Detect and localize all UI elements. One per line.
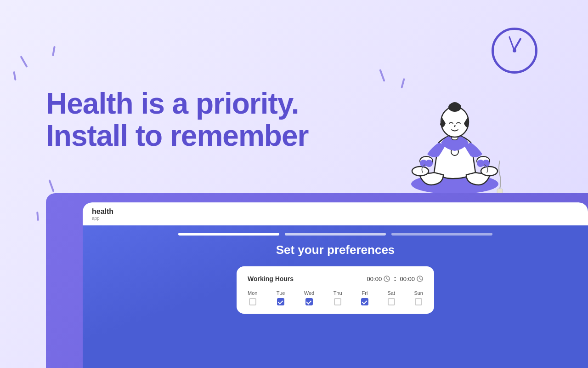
working-hours-header: Working Hours 00:00 : 00:00	[248, 275, 423, 283]
time-range: 00:00 : 00:00	[367, 275, 423, 283]
day-checkbox-wed[interactable]	[305, 298, 313, 305]
day-item-tue[interactable]: Tue	[277, 290, 285, 305]
svg-point-15	[440, 123, 443, 126]
nav-tab-2[interactable]	[285, 233, 386, 236]
clock-hour-hand	[514, 38, 521, 50]
start-time-input[interactable]: 00:00	[367, 276, 390, 282]
svg-point-1	[412, 167, 429, 176]
decorative-dash	[48, 179, 54, 192]
days-of-week: MonTueWedThuFriSatSun	[248, 290, 423, 305]
svg-point-14	[450, 102, 459, 109]
day-item-mon[interactable]: Mon	[248, 290, 257, 305]
main-app-card: health app Set your preferences Working …	[83, 202, 588, 368]
working-hours-label: Working Hours	[248, 275, 294, 282]
day-item-sat[interactable]: Sat	[387, 290, 395, 305]
start-time-clock-icon	[384, 276, 390, 282]
decorative-dash	[379, 69, 385, 82]
app-logo: health app	[92, 207, 113, 221]
end-time-value: 00:00	[400, 276, 415, 282]
decorative-dash	[20, 56, 28, 68]
start-time-value: 00:00	[367, 276, 382, 282]
day-item-sun[interactable]: Sun	[414, 290, 423, 305]
decorative-dash	[36, 212, 39, 221]
day-label-wed: Wed	[304, 290, 314, 296]
preferences-title: Set your preferences	[83, 243, 588, 257]
day-checkbox-tue[interactable]	[277, 298, 284, 305]
day-label-mon: Mon	[248, 290, 257, 296]
time-separator: :	[394, 275, 396, 283]
day-label-fri: Fri	[362, 290, 368, 296]
headline: Health is a priority. Install to remembe…	[46, 87, 308, 152]
svg-point-8	[425, 160, 433, 167]
end-time-input[interactable]: 00:00	[400, 276, 423, 282]
nav-tab-1[interactable]	[178, 233, 279, 236]
nav-tabs	[83, 225, 588, 243]
day-label-sun: Sun	[414, 290, 423, 296]
svg-line-23	[420, 279, 421, 280]
day-checkbox-thu[interactable]	[334, 298, 341, 305]
headline-line2: Install to remember	[46, 120, 308, 152]
day-item-fri[interactable]: Fri	[361, 290, 368, 305]
day-item-thu[interactable]: Thu	[334, 290, 342, 305]
day-label-sat: Sat	[387, 290, 395, 296]
decorative-dash	[52, 46, 56, 56]
app-sub: app	[92, 216, 113, 221]
app-header: health app	[83, 202, 588, 225]
headline-line1: Health is a priority.	[46, 87, 308, 120]
end-time-clock-icon	[417, 276, 423, 282]
svg-line-20	[387, 279, 388, 280]
day-label-tue: Tue	[277, 290, 285, 296]
day-checkbox-fri[interactable]	[361, 298, 368, 305]
app-name: health	[92, 207, 113, 215]
meditation-figure	[390, 51, 519, 212]
day-checkbox-sun[interactable]	[415, 298, 422, 305]
decorative-dash	[13, 71, 16, 80]
day-label-thu: Thu	[334, 290, 342, 296]
day-checkbox-sat[interactable]	[388, 298, 395, 305]
nav-tab-3[interactable]	[391, 233, 492, 236]
day-item-wed[interactable]: Wed	[304, 290, 314, 305]
svg-point-2	[481, 167, 498, 176]
day-checkbox-mon[interactable]	[249, 298, 256, 305]
working-hours-card: Working Hours 00:00 : 00:00	[237, 266, 434, 314]
